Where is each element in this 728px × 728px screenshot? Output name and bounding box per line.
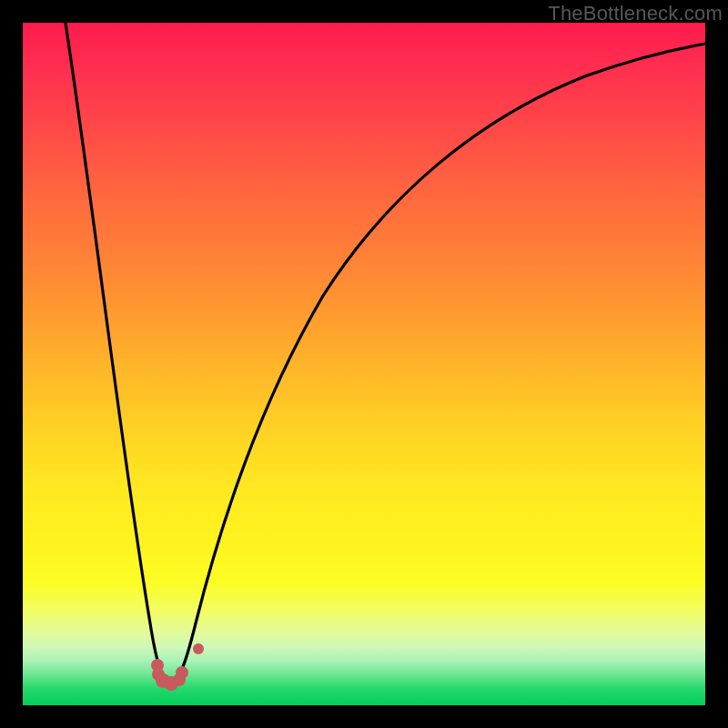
chart-container: TheBottleneck.com <box>0 0 728 728</box>
svg-point-5 <box>176 666 188 679</box>
plot-area <box>23 23 705 705</box>
watermark-text: TheBottleneck.com <box>548 2 723 25</box>
valley-marker <box>151 643 204 691</box>
svg-point-6 <box>193 643 204 654</box>
bottleneck-curve <box>23 23 705 705</box>
